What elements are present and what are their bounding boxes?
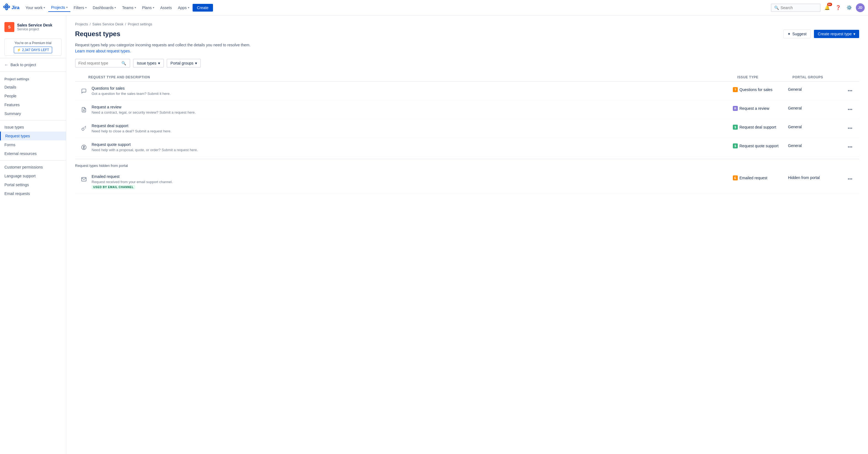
rt-portal-group: General [788,86,843,92]
sidebar-item-request-types[interactable]: Request types [0,132,66,140]
rt-icon [80,87,88,95]
rt-name: Emailed request [92,174,173,179]
nav-your-work[interactable]: Your work ▾ [23,4,48,11]
nav-logo-text: Jira [11,5,19,10]
notification-badge: 9+ [827,3,832,6]
nav-logo[interactable]: Jira [3,4,19,12]
rt-portal-group: General [788,124,843,129]
nav-assets[interactable]: Assets [158,4,175,11]
chevron-down-icon: ▾ [854,32,855,36]
issue-badge: E [733,175,738,181]
table-row: Questions for sales Got a question for t… [75,82,859,100]
more-options-button[interactable]: ••• [846,125,855,132]
sidebar: S Sales Service Desk Service project You… [0,15,66,200]
rt-issue-label: Questions for sales [739,88,773,92]
nav-create-button[interactable]: Create [193,4,213,11]
nav-filters[interactable]: Filters ▾ [71,4,89,11]
suggest-button[interactable]: ✦ Suggest [783,30,811,38]
breadcrumb-project-settings[interactable]: Project settings [128,22,152,26]
rt-name: Request a review [92,105,196,109]
chevron-icon: ▾ [66,6,68,9]
sidebar-item-language-support[interactable]: Language support [0,171,66,181]
avatar[interactable]: JD [856,3,865,12]
breadcrumb-service-desk[interactable]: Sales Service Desk [92,22,124,26]
project-name: Sales Service Desk [17,23,62,27]
svg-line-4 [85,128,86,129]
rt-name-col: Emailed request Request received from yo… [77,174,733,189]
trial-banner: You're on a Premium trial ⚡ 2,347 DAYS L… [4,39,62,56]
sidebar-item-summary[interactable]: Summary [0,109,66,118]
nav-dashboards[interactable]: Dashboards ▾ [90,4,119,11]
page-header: Request types ✦ Suggest Create request t… [75,30,859,38]
rt-portal-group: Hidden from portal [788,174,843,180]
more-options-button[interactable]: ••• [846,106,855,113]
find-request-type-input[interactable] [79,61,120,65]
sidebar-item-external-resources[interactable]: External resources [0,149,66,158]
rt-name-col: Request quote support Need help with a p… [77,142,733,152]
sidebar-divider-3 [0,120,66,121]
sidebar-item-features[interactable]: Features [0,100,66,109]
search-box[interactable]: 🔍 [771,4,820,12]
sidebar-item-customer-permissions[interactable]: Customer permissions [0,163,66,171]
rt-actions: ••• [843,105,857,113]
jira-logo-icon [3,4,10,12]
search-icon: 🔍 [774,5,779,10]
col-header-actions [845,75,859,79]
issue-types-filter[interactable]: Issue types ▾ [133,59,164,68]
nav-plans[interactable]: Plans ▾ [140,4,157,11]
nav-projects[interactable]: Projects ▾ [48,4,70,12]
chevron-down-icon: ▾ [195,61,197,65]
chevron-icon: ▾ [153,6,154,9]
settings-button[interactable]: ⚙️ [845,3,854,12]
page-description: Request types help you categorize incomi… [75,43,859,47]
table-header: Request type and description Issue type … [75,73,859,82]
nav-teams[interactable]: Teams ▾ [119,4,138,11]
trial-text: You're on a Premium trial [8,41,58,45]
nav-apps[interactable]: Apps ▾ [175,4,192,11]
rt-name-col: Questions for sales Got a question for t… [77,86,733,96]
back-to-project[interactable]: ← Back to project [0,60,66,69]
help-button[interactable]: ❓ [834,3,843,12]
layout: S Sales Service Desk Service project You… [0,15,868,200]
issue-badge: $ [733,143,738,149]
search-input[interactable] [780,5,814,10]
chevron-icon: ▾ [188,6,189,9]
sidebar-divider [0,58,66,58]
col-header-issue-type: Issue type [735,75,790,79]
header-actions: ✦ Suggest Create request type ▾ [783,30,859,38]
rt-issue-label: Request deal support [739,125,776,129]
create-request-type-button[interactable]: Create request type ▾ [814,30,859,38]
nav-items: Your work ▾ Projects ▾ Filters ▾ Dashboa… [23,4,771,12]
search-filter[interactable]: 🔍 [75,59,130,68]
sidebar-item-portal-settings[interactable]: Portal settings [0,181,66,189]
hidden-section: Request types hidden from portal Emailed… [75,159,859,194]
breadcrumb-projects[interactable]: Projects [75,22,88,26]
rt-name-info: Request deal support Need help to close … [92,124,171,133]
col-header-name: Request type and description [75,75,735,79]
rt-description: Need help with a proposal, quote, or ord… [92,148,198,152]
rt-description: Request received from your email support… [92,180,173,184]
sidebar-item-forms[interactable]: Forms [0,140,66,149]
more-options-button[interactable]: ••• [846,143,855,151]
more-options-button[interactable]: ••• [846,87,855,94]
breadcrumb-sep-1: / [90,22,91,26]
chevron-down-icon: ▾ [158,61,160,65]
trial-button[interactable]: ⚡ 2,347 DAYS LEFT [14,46,52,53]
sidebar-item-issue-types[interactable]: Issue types [0,123,66,132]
portal-groups-filter[interactable]: Portal groups ▾ [167,59,201,68]
issue-badge: $ [733,125,738,130]
sidebar-item-email-requests[interactable]: Email requests [0,189,66,198]
breadcrumb-sep-2: / [125,22,126,26]
issue-badge: ? [733,87,738,92]
rt-name-info: Questions for sales Got a question for t… [92,86,170,96]
rt-name-info: Emailed request Request received from yo… [92,174,173,189]
lightning-icon: ⚡ [17,48,21,52]
rt-portal-group: General [788,142,843,148]
rt-description: Got a question for the sales team? Submi… [92,92,170,96]
hidden-section-label: Request types hidden from portal [75,159,859,170]
notifications-button[interactable]: 🔔 9+ [823,3,832,12]
sidebar-item-people[interactable]: People [0,92,66,100]
learn-more-link[interactable]: Learn more about request types. [75,49,131,53]
sidebar-item-details[interactable]: Details [0,83,66,92]
more-options-button[interactable]: ••• [846,175,855,183]
